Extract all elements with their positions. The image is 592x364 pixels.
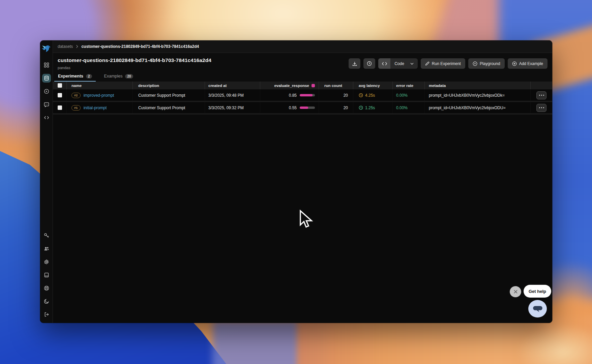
- annotations-chat-icon[interactable]: [42, 100, 51, 109]
- home-grid-icon[interactable]: [42, 61, 51, 69]
- row-checkbox[interactable]: [58, 93, 62, 97]
- sidebar-nav-bottom: [42, 231, 51, 319]
- header-actions: [531, 82, 552, 89]
- code-brackets-icon[interactable]: [378, 58, 390, 69]
- header-checkbox-cell: [53, 82, 67, 89]
- header-evaluate-response[interactable]: evaluate_response: [260, 82, 319, 89]
- clock-icon: [359, 93, 363, 97]
- tab-experiments-label: Experiments: [58, 74, 83, 79]
- breadcrumb-datasets-link[interactable]: datasets: [58, 44, 73, 49]
- dismiss-help-button[interactable]: [510, 286, 521, 297]
- app-window: datasets customer-questions-21802849-bd7…: [40, 40, 552, 323]
- avg-latency-value: 4.25s: [359, 93, 375, 98]
- playground-label: Playground: [480, 61, 500, 66]
- header-name[interactable]: name: [67, 82, 133, 89]
- add-example-label: Add Example: [519, 61, 543, 66]
- run-experiment-label: Run Experiment: [432, 61, 461, 66]
- code-label: Code: [394, 61, 404, 66]
- row-actions-button[interactable]: [536, 104, 546, 112]
- tab-examples-label: Examples: [104, 74, 123, 79]
- download-button[interactable]: [349, 58, 360, 69]
- page-title: customer-questions-21802849-bd71-4bf4-b7…: [58, 57, 211, 63]
- chat-bubble-icon: [532, 303, 543, 314]
- members-users-icon[interactable]: [42, 244, 51, 253]
- breadcrumb: datasets customer-questions-21802849-bd7…: [53, 40, 552, 53]
- header-avg-latency[interactable]: avg latency: [353, 82, 393, 89]
- eval-score-bar: [300, 107, 315, 109]
- playground-button[interactable]: Playground: [468, 58, 505, 69]
- theme-moon-icon[interactable]: [42, 297, 51, 306]
- sidebar: [40, 40, 53, 323]
- tab-experiments[interactable]: Experiments 2: [54, 74, 96, 82]
- langsmith-logo[interactable]: [41, 44, 52, 53]
- table-row[interactable]: #2improved-prompt Customer Support Promp…: [53, 90, 552, 102]
- play-circle-icon: [473, 61, 477, 66]
- chat-widget-button[interactable]: [528, 300, 547, 317]
- avg-latency-value: 1.25s: [359, 105, 375, 110]
- row-actions-button[interactable]: [536, 91, 546, 99]
- header-description[interactable]: description: [133, 82, 205, 89]
- datasets-database-icon[interactable]: [42, 74, 51, 83]
- prompts-code-icon[interactable]: [42, 113, 51, 122]
- header-metadata[interactable]: metadata: [425, 82, 531, 89]
- breadcrumb-current: customer-questions-21802849-bd71-4bf4-b7…: [81, 44, 199, 49]
- wallpaper-corner-cream: [516, 324, 592, 364]
- tab-examples[interactable]: Examples 20: [100, 74, 137, 82]
- sidebar-nav-top: [42, 61, 51, 122]
- history-clock-button[interactable]: [363, 58, 375, 69]
- evaluate-response-color-chip: [312, 84, 315, 87]
- pencil-icon: [425, 61, 430, 66]
- experiment-number-badge: #1: [71, 105, 81, 111]
- header-created-at[interactable]: created at: [205, 82, 260, 89]
- close-icon: [513, 290, 518, 294]
- clock-icon: [359, 105, 363, 110]
- experiment-link[interactable]: initial-prompt: [84, 105, 107, 110]
- support-lifebuoy-icon[interactable]: [42, 284, 51, 293]
- select-all-checkbox[interactable]: [58, 83, 62, 88]
- run-experiment-button[interactable]: Run Experiment: [421, 58, 465, 69]
- toolbar: Code Run Experiment Playground: [349, 58, 547, 69]
- page-header: customer-questions-21802849-bd71-4bf4-b7…: [53, 53, 552, 70]
- title-block: customer-questions-21802849-bd71-4bf4-b7…: [58, 57, 211, 70]
- docs-book-icon[interactable]: [42, 271, 51, 279]
- plus-circle-icon: [512, 61, 517, 66]
- chevron-down-icon: [410, 63, 414, 65]
- breadcrumb-chevron-icon: [76, 45, 78, 48]
- code-split-button[interactable]: Code: [378, 58, 418, 69]
- row-checkbox[interactable]: [58, 105, 62, 110]
- code-dropdown[interactable]: Code: [390, 58, 418, 69]
- mouse-cursor: [299, 209, 314, 229]
- logout-icon[interactable]: [42, 310, 51, 319]
- experiment-link[interactable]: improved-prompt: [84, 93, 114, 98]
- api-key-icon[interactable]: [42, 231, 51, 240]
- get-help-button[interactable]: Get help: [524, 285, 551, 298]
- header-run-count[interactable]: run count: [319, 82, 353, 89]
- table-row[interactable]: #1initial-prompt Customer Support Prompt…: [53, 102, 552, 115]
- tab-examples-count: 20: [125, 74, 133, 79]
- header-error-rate[interactable]: error rate: [393, 82, 425, 89]
- table-header: name description created at evaluate_res…: [53, 82, 552, 90]
- main-content: datasets customer-questions-21802849-bd7…: [53, 40, 552, 323]
- tab-experiments-count: 2: [86, 74, 92, 79]
- tabs: Experiments 2 Examples 20: [53, 74, 552, 82]
- add-example-button[interactable]: Add Example: [508, 58, 547, 69]
- settings-flower-icon[interactable]: [42, 257, 51, 266]
- eval-score-bar: [300, 94, 315, 96]
- runs-play-icon[interactable]: [42, 87, 51, 96]
- page-subtitle: pandas: [58, 66, 211, 70]
- experiment-number-badge: #2: [71, 93, 81, 98]
- desktop-background: datasets customer-questions-21802849-bd7…: [0, 0, 592, 364]
